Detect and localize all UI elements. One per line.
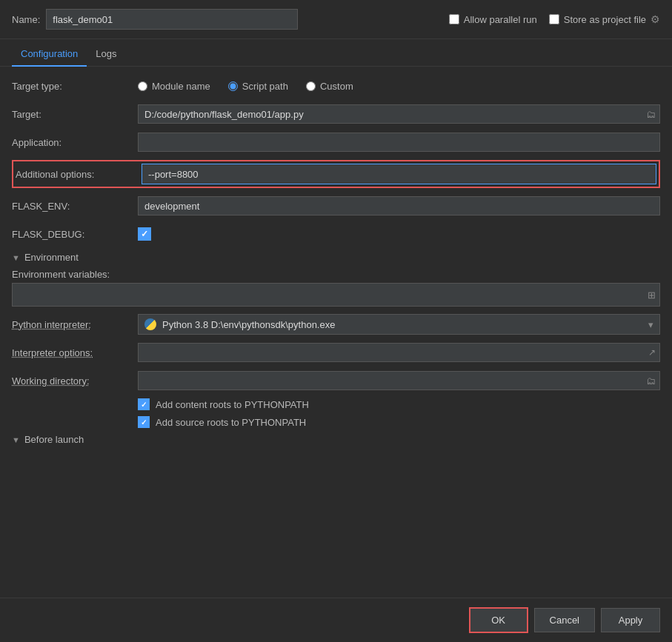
- module-name-radio-item[interactable]: Module name: [138, 81, 210, 92]
- python-interpreter-label: Python interpreter:: [12, 319, 138, 330]
- header-left: Name:: [12, 9, 437, 30]
- interpreter-options-input-container: ↗: [138, 343, 660, 362]
- run-config-dialog: Name: Allow parallel run Store as projec…: [0, 0, 672, 642]
- add-content-roots-row: Add content roots to PYTHONPATH: [12, 398, 660, 410]
- custom-radio-item[interactable]: Custom: [306, 81, 353, 92]
- python-interpreter-select[interactable]: Python 3.8 D:\env\pythonsdk\python.exe ▾: [138, 314, 660, 335]
- ok-button[interactable]: OK: [469, 607, 528, 633]
- add-content-roots-item: Add content roots to PYTHONPATH: [138, 398, 309, 410]
- working-dir-input-container: 🗂: [138, 371, 660, 390]
- module-name-label: Module name: [152, 81, 210, 92]
- allow-parallel-group: Allow parallel run: [449, 14, 537, 25]
- working-directory-input[interactable]: [138, 371, 660, 390]
- tab-logs[interactable]: Logs: [87, 42, 125, 67]
- target-type-row: Target type: Module name Script path Cus…: [12, 76, 660, 96]
- interpreter-options-row: Interpreter options: ↗: [12, 342, 660, 363]
- before-launch-label: Before launch: [24, 434, 84, 445]
- target-input[interactable]: [138, 104, 660, 124]
- environment-section-header[interactable]: ▼ Environment: [12, 252, 660, 263]
- name-input[interactable]: [46, 9, 298, 30]
- expand-icon[interactable]: ↗: [648, 347, 656, 358]
- target-type-label: Target type:: [12, 81, 138, 92]
- flask-env-row: FLASK_ENV:: [12, 195, 660, 216]
- module-name-radio[interactable]: [138, 81, 147, 91]
- folder-icon[interactable]: 🗂: [646, 109, 656, 120]
- name-label: Name:: [12, 14, 40, 25]
- cancel-button[interactable]: Cancel: [534, 608, 595, 632]
- tab-configuration[interactable]: Configuration: [12, 42, 87, 67]
- script-path-radio[interactable]: [228, 81, 238, 91]
- additional-options-input[interactable]: [142, 164, 656, 184]
- interpreter-options-input[interactable]: [138, 343, 660, 362]
- before-launch-header[interactable]: ▼ Before launch: [12, 434, 660, 445]
- script-path-radio-item[interactable]: Script path: [228, 81, 288, 92]
- header-right: Allow parallel run Store as project file…: [449, 13, 660, 25]
- target-row: Target: 🗂: [12, 104, 660, 124]
- target-label: Target:: [12, 109, 138, 120]
- flask-debug-checkbox[interactable]: [138, 227, 151, 241]
- flask-env-input[interactable]: [138, 196, 660, 215]
- chevron-down-icon: ▾: [648, 319, 653, 330]
- additional-options-wrapper: Additional options:: [12, 160, 660, 188]
- dialog-footer: OK Cancel Apply: [0, 598, 672, 642]
- store-project-group: Store as project file ⚙: [549, 13, 660, 25]
- target-input-container: 🗂: [138, 104, 660, 124]
- interpreter-select-left: Python 3.8 D:\env\pythonsdk\python.exe: [144, 318, 335, 330]
- flask-debug-label: FLASK_DEBUG:: [12, 229, 138, 240]
- application-label: Application:: [12, 137, 138, 148]
- env-vars-row: Environment variables: ⊞: [12, 269, 660, 307]
- folder-browse-icon[interactable]: 🗂: [646, 375, 656, 387]
- add-source-roots-row: Add source roots to PYTHONPATH: [12, 416, 660, 428]
- env-vars-input[interactable]: [12, 283, 660, 307]
- working-directory-label: Working directory:: [12, 375, 138, 387]
- target-type-radio-group: Module name Script path Custom: [138, 81, 660, 92]
- gear-icon[interactable]: ⚙: [651, 13, 660, 25]
- environment-chevron-icon: ▼: [12, 253, 20, 262]
- flask-env-label: FLASK_ENV:: [12, 201, 138, 212]
- application-input[interactable]: [138, 133, 660, 152]
- allow-parallel-checkbox[interactable]: [449, 14, 459, 24]
- before-launch-chevron-icon: ▼: [12, 435, 20, 444]
- env-vars-input-container: ⊞: [12, 283, 660, 307]
- before-launch-section: ▼ Before launch: [12, 434, 660, 445]
- add-content-roots-checkbox[interactable]: [138, 398, 150, 410]
- add-source-roots-label: Add source roots to PYTHONPATH: [156, 417, 306, 428]
- script-path-label: Script path: [242, 81, 288, 92]
- allow-parallel-label: Allow parallel run: [464, 14, 537, 25]
- additional-options-label: Additional options:: [16, 169, 142, 180]
- working-directory-row: Working directory: 🗂: [12, 370, 660, 391]
- config-content: Target type: Module name Script path Cus…: [0, 67, 672, 598]
- tabs-bar: Configuration Logs: [0, 42, 672, 67]
- store-project-label: Store as project file: [564, 14, 646, 25]
- add-content-roots-label: Add content roots to PYTHONPATH: [156, 399, 309, 410]
- python-interpreter-row: Python interpreter: Python 3.8 D:\env\py…: [12, 314, 660, 335]
- interpreter-options-label: Interpreter options:: [12, 347, 138, 358]
- python-interpreter-value: Python 3.8 D:\env\pythonsdk\python.exe: [162, 319, 335, 330]
- store-project-checkbox[interactable]: [549, 14, 559, 24]
- custom-label: Custom: [320, 81, 353, 92]
- apply-button[interactable]: Apply: [601, 608, 660, 632]
- application-row: Application:: [12, 132, 660, 153]
- flask-debug-row: FLASK_DEBUG:: [12, 224, 660, 244]
- python-icon: [144, 318, 156, 330]
- custom-radio[interactable]: [306, 81, 316, 91]
- env-vars-icon[interactable]: ⊞: [648, 290, 656, 301]
- add-source-roots-item: Add source roots to PYTHONPATH: [138, 416, 306, 428]
- environment-label: Environment: [24, 252, 79, 263]
- env-vars-label: Environment variables:: [12, 269, 660, 280]
- dialog-header: Name: Allow parallel run Store as projec…: [0, 0, 672, 39]
- add-source-roots-checkbox[interactable]: [138, 416, 150, 428]
